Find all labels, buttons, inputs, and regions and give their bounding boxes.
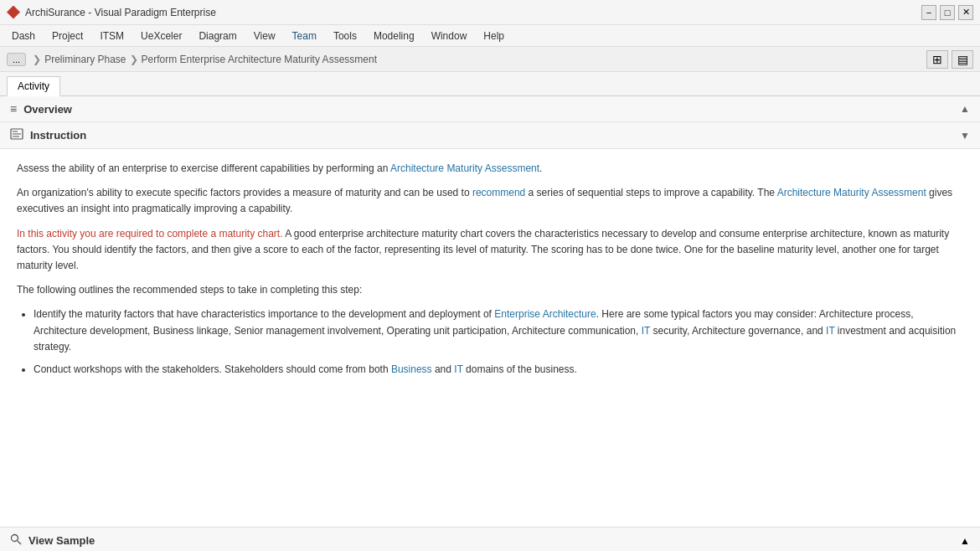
overview-collapse-icon: ▲ [960,103,970,115]
instruction-para-2: An organization's ability to execute spe… [17,185,963,217]
instruction-collapse-icon: ▼ [960,130,970,142]
view-sample-search-icon [10,533,22,548]
titlebar: ArchiSurance - Visual Paradigm Enterpris… [0,0,980,25]
instruction-content: Assess the ability of an enterprise to e… [0,149,980,528]
overview-icon: ≡ [10,102,17,116]
instruction-bullets: Identify the maturity factors that have … [34,306,963,378]
menu-tools[interactable]: Tools [325,28,365,44]
window-controls: − □ ✕ [921,5,973,20]
activity-tab-bar: Activity [0,72,980,96]
instruction-icon [10,128,23,142]
breadcrumb-arrow-2: ❯ [130,54,138,65]
menu-modeling[interactable]: Modeling [365,28,423,44]
breadcrumb-bar: ... ❯ Preliminary Phase ❯ Perform Enterp… [0,47,980,72]
overview-title: Overview [23,103,960,116]
menu-dash[interactable]: Dash [3,28,44,44]
instruction-bullet-2: Conduct workshops with the stakeholders.… [34,362,963,378]
maximize-button[interactable]: □ [940,5,955,20]
breadcrumb-preliminary-phase[interactable]: Preliminary Phase [44,54,126,65]
breadcrumb-arrow-1: ❯ [33,54,41,65]
overview-section-header[interactable]: ≡ Overview ▲ [0,96,980,122]
instruction-title: Instruction [30,129,960,142]
instruction-para-3: In this activity you are required to com… [17,226,963,275]
menu-itsm[interactable]: ITSM [91,28,132,44]
menubar: Dash Project ITSM UeXceler Diagram View … [0,25,980,47]
breadcrumb-dots[interactable]: ... [7,53,26,66]
instruction-section-header[interactable]: Instruction ▼ [0,122,980,149]
main-content: ≡ Overview ▲ Instruction ▼ Assess the ab… [0,96,980,551]
menu-view[interactable]: View [245,28,284,44]
instruction-bullet-1: Identify the maturity factors that have … [34,306,963,355]
svg-point-4 [12,535,18,542]
close-button[interactable]: ✕ [958,5,973,20]
view-sample-collapse-icon: ▲ [960,535,970,547]
instruction-para-1: Assess the ability of an enterprise to e… [17,161,963,177]
menu-project[interactable]: Project [44,28,91,44]
menu-uexceler[interactable]: UeXceler [132,28,190,44]
menu-diagram[interactable]: Diagram [190,28,245,44]
minimize-button[interactable]: − [921,5,936,20]
breadcrumb-tool-grid[interactable]: ⊞ [926,50,948,69]
breadcrumb-toolbar: ⊞ ▤ [926,50,973,69]
breadcrumb: ... ❯ Preliminary Phase ❯ Perform Enterp… [7,53,926,66]
breadcrumb-current-page[interactable]: Perform Enterprise Architecture Maturity… [142,54,377,65]
menu-help[interactable]: Help [475,28,513,44]
view-sample-title: View Sample [28,534,960,547]
svg-line-5 [18,541,21,544]
view-sample-bar[interactable]: View Sample ▲ [0,528,980,551]
menu-team[interactable]: Team [284,28,325,44]
instruction-para-4: The following outlines the recommended s… [17,282,963,298]
breadcrumb-tool-panel[interactable]: ▤ [952,50,973,69]
tab-activity[interactable]: Activity [7,76,60,96]
app-title: ArchiSurance - Visual Paradigm Enterpris… [25,7,921,18]
menu-window[interactable]: Window [423,28,476,44]
app-icon [7,6,20,19]
